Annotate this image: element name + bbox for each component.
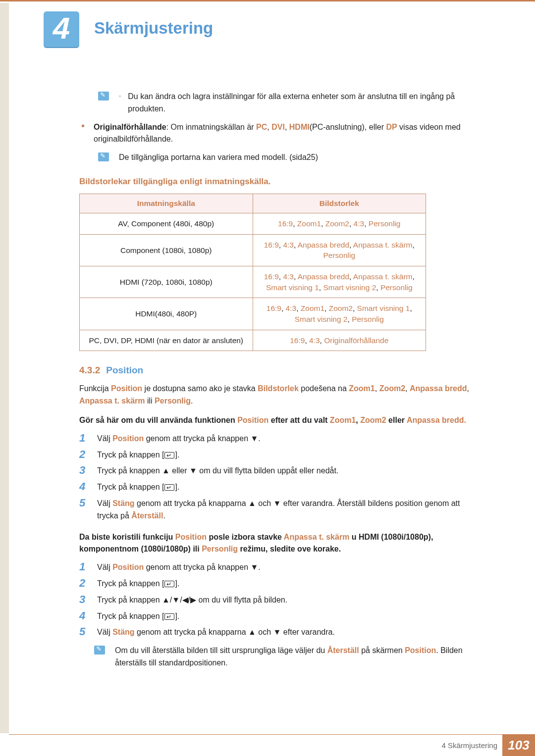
steps-list-2: Välj Position genom att trycka på knappe… [79,559,481,641]
th-source: Inmatningskälla [80,194,253,213]
top-note: ▫ Du kan ändra och lagra inställningar f… [79,91,481,115]
table-row: AV, Component (480i, 480p) 16:9, Zoom1, … [80,213,426,234]
side-accent-bar [0,3,9,733]
list-item: Välj Stäng genom att trycka på knapparna… [79,624,481,641]
list-item: Tryck på knappen ▲/▼/◀/▶ om du vill flyt… [79,592,481,608]
list-item: Tryck på knappen []. [79,447,481,463]
tok-pc: PC [256,123,267,131]
page-content: ▫ Du kan ändra och lagra inställningar f… [79,91,481,675]
bottom-note: Om du vill återställa bilden till sitt u… [79,645,481,669]
chapter-title: Skärmjustering [94,19,213,38]
list-item: Tryck på knappen []. [79,479,481,496]
tok-hdmi: HDMI [289,123,310,131]
tok-original: Originalförhållande [94,123,166,131]
table-heading: Bildstorlekar tillgängliga enligt inmatn… [79,177,481,187]
instruction-1: Gör så här om du vill använda funktionen… [79,414,481,427]
sub-note-text: De tillgängliga portarna kan variera med… [119,151,481,164]
table-row: Component (1080i, 1080p) 16:9, 4:3, Anpa… [80,234,426,266]
chapter-number: 4 [44,11,79,45]
list-item: Tryck på knappen ▲ eller ▼ om du vill fl… [79,463,481,479]
instruction-2: Da biste koristili funkciju Position pos… [79,531,481,556]
cell-sizes: 16:9, 4:3, Originalförhållande [253,330,426,351]
sub-note-ports: De tillgängliga portarna kan variera med… [79,151,481,164]
cell-sizes: 16:9, 4:3, Anpassa bredd, Anpassa t. skä… [253,266,426,298]
note-icon [98,92,109,101]
note-icon [98,152,109,161]
bullet-dot-icon: • [81,121,85,130]
heading-num: 4.3.2 [79,365,100,375]
table-row: PC, DVI, DP, HDMI (när en dator är anslu… [80,330,426,351]
table-row: HDMI (720p, 1080i, 1080p) 16:9, 4:3, Anp… [80,266,426,298]
footer-label: 4 Skärmjustering [441,741,497,750]
tok-dvi: DVI [271,123,285,131]
table-row: HDMI(480i, 480P) 16:9, 4:3, Zoom1, Zoom2… [80,298,426,330]
bullet-original: • Originalförhållande: Om inmatningskäll… [79,121,481,146]
note-icon [94,646,105,655]
chapter-badge: 4 [44,11,79,47]
list-item: Välj Position genom att trycka på knappe… [79,559,481,576]
page-number: 103 [502,735,535,756]
cell-sizes: 16:9, 4:3, Anpassa bredd, Anpassa t. skä… [253,234,426,266]
th-size: Bildstorlek [253,194,426,213]
list-item: Tryck på knappen []. [79,576,481,592]
list-item: Tryck på knappen []. [79,608,481,625]
bullet-icon: ▫ [119,93,121,100]
enter-icon [164,581,174,587]
bullet-original-text: Originalförhållande: Om inmatningskällan… [94,121,481,146]
cell-sizes: 16:9, 4:3, Zoom1, Zoom2, Smart visning 1… [253,298,426,330]
list-item: Välj Position genom att trycka på knappe… [79,431,481,447]
enter-icon [164,452,174,458]
enter-icon [164,613,174,620]
list-item: Välj Stäng genom att trycka på knapparna… [79,496,481,524]
cell-sizes: 16:9, Zoom1, Zoom2, 4:3, Personlig [253,213,426,234]
page-frame: 4 Skärmjustering ▫ Du kan ändra och lagr… [0,0,535,756]
heading-432: 4.3.2Position [79,365,481,376]
top-note-text: Du kan ändra och lagra inställningar för… [128,91,481,115]
page-footer: 4 Skärmjustering 103 [9,734,535,756]
chapter-header: 4 Skärmjustering [0,1,535,56]
enter-icon [164,484,174,491]
steps-list-1: Välj Position genom att trycka på knappe… [79,431,481,524]
bottom-note-text: Om du vill återställa bilden till sitt u… [115,645,481,669]
tok-dp: DP [386,123,397,131]
heading-title: Position [106,365,143,375]
sizes-table: Inmatningskälla Bildstorlek AV, Componen… [79,194,426,352]
para-funkcija: Funkcija Position je dostupna samo ako j… [79,383,481,407]
